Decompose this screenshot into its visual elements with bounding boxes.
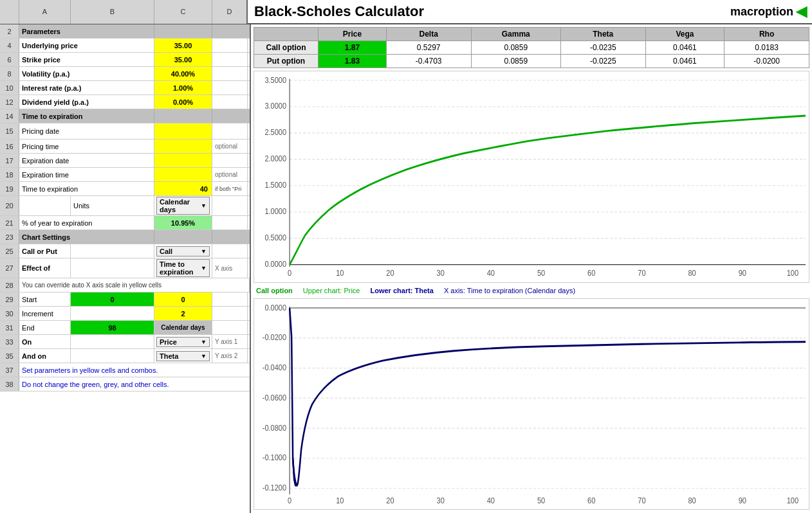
svg-text:-0.0800: -0.0800 xyxy=(263,422,287,432)
and-on-label: And on xyxy=(19,349,71,363)
dividend-yield-value[interactable]: 0.00% xyxy=(154,95,212,109)
svg-text:0.0000: 0.0000 xyxy=(264,302,286,312)
app-header: A B C D Black-Scholes Calculator macropt… xyxy=(0,0,812,24)
svg-text:10: 10 xyxy=(336,268,344,278)
col-c-header: C xyxy=(154,0,212,24)
on-label: On xyxy=(19,335,71,348)
svg-text:90: 90 xyxy=(739,496,747,505)
put-delta: -0.4703 xyxy=(386,55,471,68)
call-price: 1.87 xyxy=(318,41,387,55)
effect-of-dropdown[interactable]: Time to expiration ▼ xyxy=(154,258,212,278)
start-val2[interactable]: 0 xyxy=(154,292,212,306)
time-to-exp-value[interactable]: 40 xyxy=(154,182,212,195)
end-val[interactable]: 98 xyxy=(71,321,154,334)
on-dropdown[interactable]: Price ▼ xyxy=(154,335,212,348)
pct-year-label: % of year to expiration xyxy=(19,216,154,230)
x-axis-label: X axis xyxy=(212,258,248,278)
put-gamma: 0.0859 xyxy=(471,55,560,68)
svg-text:40: 40 xyxy=(487,496,495,505)
row-16: 16 Pricing time optional xyxy=(0,140,250,154)
strike-price-label: Strike price xyxy=(19,53,154,66)
legend-x-axis: X axis: Time to expiration (Calendar day… xyxy=(444,287,575,294)
svg-text:100: 100 xyxy=(787,496,799,505)
interest-rate-value[interactable]: 1.00% xyxy=(154,81,212,94)
units-dropdown[interactable]: Calendar days ▼ xyxy=(154,196,212,215)
underlying-price-value[interactable]: 35.00 xyxy=(154,39,212,52)
put-theta: -0.0225 xyxy=(560,55,645,68)
time-to-exp-note: if both "Pri xyxy=(212,182,248,195)
upper-chart: 3.5000 3.0000 2.5000 2.0000 1.5000 1.000… xyxy=(254,71,809,283)
col-header-rho: Rho xyxy=(724,28,809,41)
volatility-label: Volatility (p.a.) xyxy=(19,67,154,80)
row-37: 37 Set parameters in yellow cells and co… xyxy=(0,363,250,377)
svg-text:-0.1000: -0.1000 xyxy=(263,453,287,462)
row-18: 18 Expiration time optional xyxy=(0,168,250,182)
expiration-time-value[interactable] xyxy=(154,168,212,181)
volatility-value[interactable]: 40.00% xyxy=(154,67,212,80)
svg-text:80: 80 xyxy=(688,496,696,505)
row-2: 2 Parameters xyxy=(0,24,250,39)
note-1: Set parameters in yellow cells and combo… xyxy=(19,363,250,377)
start-val1[interactable]: 0 xyxy=(71,292,154,306)
pricing-date-value[interactable] xyxy=(154,123,212,139)
logo-text: macroption xyxy=(730,5,793,19)
call-or-put-label: Call or Put xyxy=(19,244,71,258)
end-units: Calendar days xyxy=(154,321,212,334)
col-b-header: B xyxy=(71,0,154,24)
expiration-time-optional: optional xyxy=(212,168,248,181)
increment-val[interactable]: 2 xyxy=(154,307,212,320)
legend-upper-chart: Upper chart: Price xyxy=(303,287,360,294)
effect-of-label: Effect of xyxy=(19,258,71,278)
svg-text:-0.1200: -0.1200 xyxy=(263,483,287,492)
col-d-header: D xyxy=(212,0,248,24)
svg-text:100: 100 xyxy=(787,268,799,278)
call-theta: -0.0235 xyxy=(560,41,645,55)
call-gamma: 0.0859 xyxy=(471,41,560,55)
put-row: Put option 1.83 -0.4703 0.0859 -0.0225 0… xyxy=(254,55,809,68)
dividend-yield-label: Dividend yield (p.a.) xyxy=(19,95,154,109)
row-30: 30 Increment 2 xyxy=(0,307,250,321)
chart-settings-header: Chart Settings xyxy=(19,230,154,244)
svg-text:60: 60 xyxy=(587,268,596,278)
row-14: 14 Time to expiration xyxy=(0,109,250,123)
params-section-header: Parameters xyxy=(19,24,154,38)
row-27: 27 Effect of Time to expiration ▼ X axis xyxy=(0,258,250,278)
row-23: 23 Chart Settings xyxy=(0,230,250,244)
svg-text:20: 20 xyxy=(386,268,394,278)
note-2: Do not change the green, grey, and other… xyxy=(19,377,250,391)
svg-text:0.0000: 0.0000 xyxy=(264,259,286,269)
svg-text:40: 40 xyxy=(487,268,495,278)
row-6: 6 Strike price 35.00 xyxy=(0,53,250,67)
y-axis-1-label: Y axis 1 xyxy=(212,335,248,348)
row-38: 38 Do not change the green, grey, and ot… xyxy=(0,377,250,392)
col-header-gamma: Gamma xyxy=(471,28,560,41)
row-28: 28 You can override auto X axis scale in… xyxy=(0,278,250,292)
legend-call-label: Call option xyxy=(256,287,293,294)
row-8: 8 Volatility (p.a.) 40.00% xyxy=(0,67,250,81)
end-label: End xyxy=(19,321,71,334)
strike-price-value[interactable]: 35.00 xyxy=(154,53,212,66)
and-on-dropdown[interactable]: Theta ▼ xyxy=(154,349,212,363)
svg-text:0: 0 xyxy=(288,496,291,505)
svg-text:3.5000: 3.5000 xyxy=(264,75,286,85)
results-table: Price Delta Gamma Theta Vega Rho Call op… xyxy=(254,27,809,68)
row-21: 21 % of year to expiration 10.95% xyxy=(0,216,250,230)
pct-year-value: 10.95% xyxy=(154,216,212,230)
expiration-date-value[interactable] xyxy=(154,154,212,167)
row-10: 10 Interest rate (p.a.) 1.00% xyxy=(0,81,250,95)
call-or-put-dropdown[interactable]: Call ▼ xyxy=(154,244,212,258)
svg-text:-0.0400: -0.0400 xyxy=(263,363,287,372)
row-25: 25 Call or Put Call ▼ xyxy=(0,244,250,258)
col-header-vega: Vega xyxy=(645,28,724,41)
pricing-time-value[interactable] xyxy=(154,140,212,153)
row-19: 19 Time to expiration 40 if both "Pri xyxy=(0,182,250,196)
start-label: Start xyxy=(19,292,71,306)
col-header-theta: Theta xyxy=(560,28,645,41)
y-axis-2-label: Y axis 2 xyxy=(212,349,248,363)
svg-text:60: 60 xyxy=(587,496,596,505)
svg-text:2.0000: 2.0000 xyxy=(264,154,286,164)
col-header-delta: Delta xyxy=(386,28,471,41)
expiration-time-label: Expiration time xyxy=(19,168,154,181)
put-price: 1.83 xyxy=(318,55,387,68)
put-vega: 0.0461 xyxy=(645,55,724,68)
